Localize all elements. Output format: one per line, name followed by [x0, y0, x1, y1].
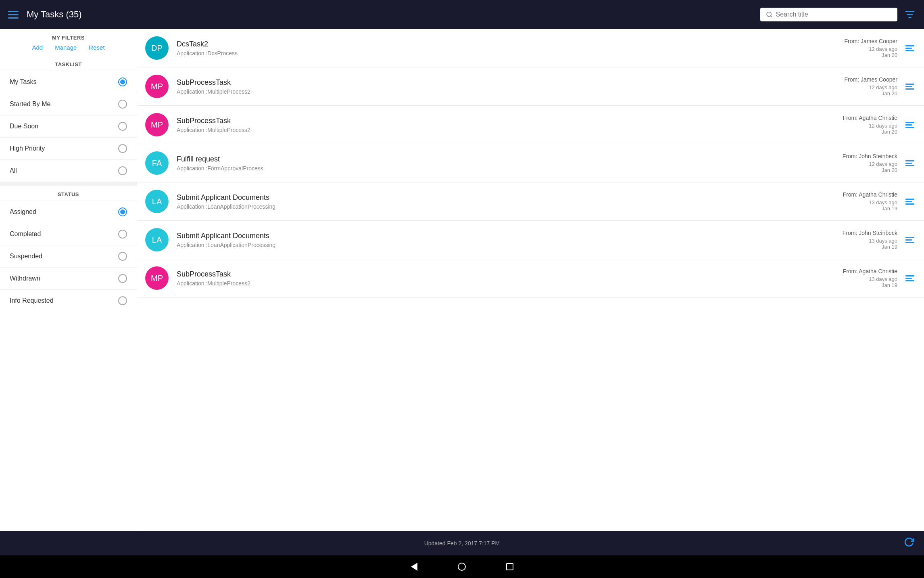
task-info: SubProcessTask Application :MultipleProc… — [177, 270, 841, 287]
task-from: From: James Cooper — [841, 76, 897, 83]
status-item-suspended[interactable]: Suspended — [0, 245, 137, 267]
task-menu-icon[interactable] — [904, 44, 916, 53]
task-meta: From: James Cooper 12 days ago Jan 20 — [841, 38, 897, 58]
task-info: Submit Applicant Documents Application :… — [177, 193, 841, 210]
task-menu-icon[interactable] — [904, 197, 916, 206]
task-row[interactable]: LA Submit Applicant Documents Applicatio… — [137, 221, 924, 259]
task-list: DP DcsTask2 Application :DcsProcess From… — [137, 29, 924, 531]
tasklist-radio-my-tasks[interactable] — [118, 77, 127, 86]
task-row[interactable]: LA Submit Applicant Documents Applicatio… — [137, 182, 924, 221]
task-from: From: Agatha Christie — [841, 268, 897, 274]
svg-rect-3 — [907, 14, 913, 15]
tasklist-item-my-tasks[interactable]: My Tasks — [0, 71, 137, 93]
status-label-completed: Completed — [10, 230, 41, 238]
task-menu-icon[interactable] — [904, 274, 916, 283]
task-menu-icon[interactable] — [904, 159, 916, 168]
status-item-completed[interactable]: Completed — [0, 223, 137, 245]
task-meta: From: Agatha Christie 12 days ago Jan 20 — [841, 115, 897, 135]
tasklist-item-high-priority[interactable]: High Priority — [0, 137, 137, 159]
add-filter-link[interactable]: Add — [32, 44, 43, 51]
avatar: LA — [145, 190, 169, 213]
status-radio-completed[interactable] — [118, 230, 127, 239]
task-meta: From: Agatha Christie 13 days ago Jan 19 — [841, 191, 897, 212]
status-label-assigned: Assigned — [10, 208, 36, 216]
task-title: Fulfill request — [177, 155, 841, 163]
task-date-ago: 13 days ago — [841, 276, 897, 282]
svg-line-1 — [771, 16, 772, 17]
task-date: Jan 20 — [841, 167, 897, 173]
avatar-initials: MP — [151, 274, 163, 283]
status-radio-info-requested[interactable] — [118, 296, 127, 305]
avatar: MP — [145, 113, 169, 136]
task-date: Jan 20 — [841, 90, 897, 96]
status-item-assigned[interactable]: Assigned — [0, 201, 137, 223]
hamburger-icon[interactable] — [8, 11, 19, 19]
avatar-initials: MP — [151, 120, 163, 130]
android-nav — [0, 555, 924, 578]
tasklist-radio-due-soon[interactable] — [118, 122, 127, 131]
task-menu-icon[interactable] — [904, 235, 916, 245]
task-row[interactable]: MP SubProcessTask Application :MultipleP… — [137, 259, 924, 297]
task-application: Application :DcsProcess — [177, 50, 841, 57]
reset-filter-link[interactable]: Reset — [89, 44, 104, 51]
task-title: DcsTask2 — [177, 40, 841, 48]
tasklist-radio-all[interactable] — [118, 166, 127, 175]
status-label-withdrawn: Withdrawn — [10, 275, 40, 282]
filter-sort-icon[interactable] — [904, 8, 916, 21]
top-bar: My Tasks (35) — [0, 0, 924, 29]
task-row[interactable]: FA Fulfill request Application :FormAppr… — [137, 144, 924, 182]
tasklist-title: TASKLIST — [0, 56, 137, 71]
search-input[interactable] — [776, 11, 892, 18]
task-info: Submit Applicant Documents Application :… — [177, 232, 841, 248]
status-label-info-requested: Info Requested — [10, 297, 54, 304]
status-title: STATUS — [0, 186, 137, 201]
tasklist-item-all[interactable]: All — [0, 159, 137, 182]
task-from: From: John Steinbeck — [841, 153, 897, 159]
tasklist-label-all: All — [10, 167, 17, 174]
task-row[interactable]: DP DcsTask2 Application :DcsProcess From… — [137, 29, 924, 67]
avatar-initials: LA — [152, 235, 162, 245]
task-application: Application :MultipleProcess2 — [177, 88, 841, 95]
status-radio-suspended[interactable] — [118, 252, 127, 261]
recents-button[interactable] — [506, 563, 513, 570]
filter-actions: Add Manage Reset — [0, 44, 137, 56]
task-date: Jan 20 — [841, 129, 897, 135]
task-meta: From: John Steinbeck 13 days ago Jan 19 — [841, 230, 897, 250]
task-row[interactable]: MP SubProcessTask Application :MultipleP… — [137, 67, 924, 106]
task-title: SubProcessTask — [177, 270, 841, 279]
manage-filter-link[interactable]: Manage — [55, 44, 77, 51]
tasklist-label-due-soon: Due Soon — [10, 123, 38, 130]
status-item-info-requested[interactable]: Info Requested — [0, 289, 137, 312]
task-date-ago: 12 days ago — [841, 161, 897, 167]
task-date-ago: 13 days ago — [841, 199, 897, 205]
tasklist-radio-high-priority[interactable] — [118, 144, 127, 153]
tasklist-item-started-by-me[interactable]: Started By Me — [0, 93, 137, 115]
task-date: Jan 19 — [841, 244, 897, 250]
updated-text: Updated Feb 2, 2017 7:17 PM — [424, 540, 500, 547]
task-meta: From: James Cooper 12 days ago Jan 20 — [841, 76, 897, 96]
task-application: Application :MultipleProcess2 — [177, 280, 841, 287]
task-row[interactable]: MP SubProcessTask Application :MultipleP… — [137, 106, 924, 144]
avatar: MP — [145, 75, 169, 98]
status-item-withdrawn[interactable]: Withdrawn — [0, 267, 137, 289]
task-application: Application :FormApprovalProcess — [177, 165, 841, 172]
task-date-ago: 12 days ago — [841, 84, 897, 90]
svg-rect-2 — [905, 11, 915, 12]
search-container — [760, 8, 897, 21]
task-menu-icon[interactable] — [904, 82, 916, 91]
back-button[interactable] — [411, 563, 417, 571]
avatar-initials: MP — [151, 82, 163, 91]
tasklist-item-due-soon[interactable]: Due Soon — [0, 115, 137, 137]
status-radio-withdrawn[interactable] — [118, 274, 127, 283]
tasklist-label-high-priority: High Priority — [10, 145, 45, 152]
page-title: My Tasks (35) — [27, 9, 760, 20]
tasklist-radio-started-by-me[interactable] — [118, 100, 127, 109]
task-title: SubProcessTask — [177, 78, 841, 87]
status-radio-assigned[interactable] — [118, 207, 127, 216]
task-date: Jan 19 — [841, 282, 897, 288]
task-menu-icon[interactable] — [904, 120, 916, 130]
refresh-icon[interactable] — [904, 537, 914, 550]
home-button[interactable] — [458, 563, 466, 571]
task-application: Application :LoanApplicationProcessing — [177, 203, 841, 210]
task-date-ago: 12 days ago — [841, 46, 897, 52]
